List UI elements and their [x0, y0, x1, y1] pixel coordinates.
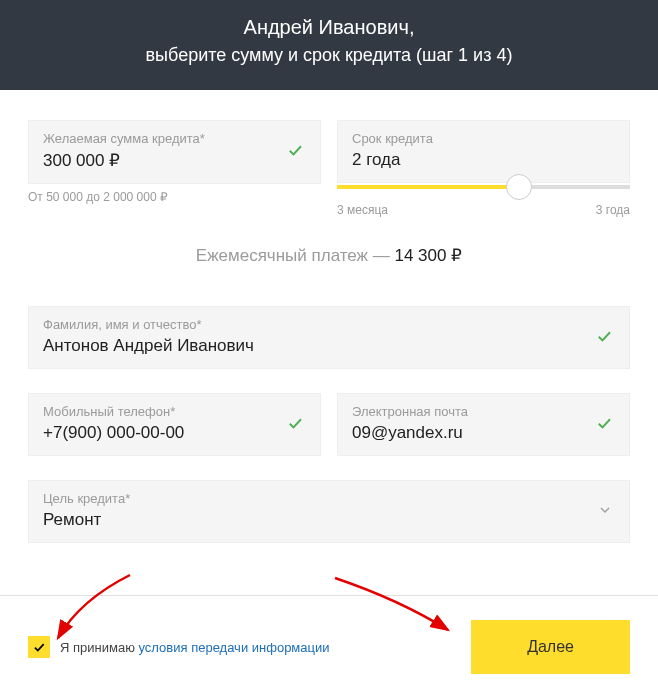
email-field[interactable]: Электронная почта 09@yandex.ru — [337, 393, 630, 456]
header-name: Андрей Иванович, — [20, 16, 638, 39]
purpose-label: Цель кредита* — [43, 491, 615, 506]
consent-text: Я принимаю условия передачи информации — [60, 640, 330, 655]
email-label: Электронная почта — [352, 404, 615, 419]
check-icon — [286, 414, 304, 436]
amount-hint: От 50 000 до 2 000 000 ₽ — [28, 190, 321, 204]
fullname-label: Фамилия, имя и отчество* — [43, 317, 615, 332]
term-max: 3 года — [596, 203, 630, 217]
term-value: 2 года — [352, 150, 615, 170]
check-icon — [595, 414, 613, 436]
purpose-field[interactable]: Цель кредита* Ремонт — [28, 480, 630, 543]
chevron-down-icon — [597, 502, 613, 522]
header: Андрей Иванович, выберите сумму и срок к… — [0, 0, 658, 90]
monthly-payment: Ежемесячный платеж — 14 300 ₽ — [28, 245, 630, 266]
term-field[interactable]: Срок кредита 2 года — [337, 120, 630, 183]
phone-field[interactable]: Мобильный телефон* +7(900) 000-00-00 — [28, 393, 321, 456]
consent-link[interactable]: условия передачи информации — [139, 640, 330, 655]
fullname-field[interactable]: Фамилия, имя и отчество* Антонов Андрей … — [28, 306, 630, 369]
amount-field[interactable]: Желаемая сумма кредита* 300 000 ₽ — [28, 120, 321, 184]
term-min: 3 месяца — [337, 203, 388, 217]
slider-fill — [337, 185, 519, 189]
next-button[interactable]: Далее — [471, 620, 630, 674]
email-value: 09@yandex.ru — [352, 423, 615, 443]
check-icon — [595, 327, 613, 349]
consent-checkbox[interactable] — [28, 636, 50, 658]
consent-block: Я принимаю условия передачи информации — [28, 636, 330, 658]
amount-value: 300 000 ₽ — [43, 150, 306, 171]
purpose-value: Ремонт — [43, 510, 615, 530]
phone-label: Мобильный телефон* — [43, 404, 306, 419]
fullname-value: Антонов Андрей Иванович — [43, 336, 615, 356]
slider-labels: 3 месяца 3 года — [337, 203, 630, 217]
phone-value: +7(900) 000-00-00 — [43, 423, 306, 443]
check-icon — [286, 141, 304, 163]
header-subtitle: выберите сумму и срок кредита (шаг 1 из … — [20, 45, 638, 66]
term-slider[interactable] — [337, 185, 630, 189]
term-label: Срок кредита — [352, 131, 615, 146]
slider-thumb[interactable] — [506, 174, 532, 200]
amount-label: Желаемая сумма кредита* — [43, 131, 306, 146]
